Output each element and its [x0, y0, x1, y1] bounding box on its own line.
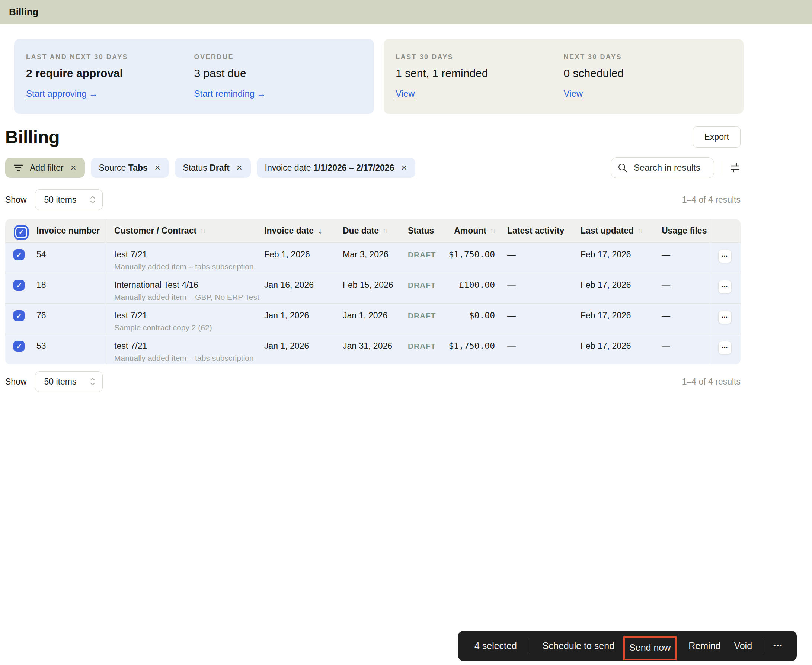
cell-usage-files: —: [659, 304, 709, 334]
cell-customer-contract[interactable]: test 7/21Manually added item – tabs subs…: [107, 243, 261, 273]
export-button[interactable]: Export: [693, 126, 741, 147]
col-header-usage-files: Usage files: [659, 219, 709, 242]
cell-last-updated: Feb 17, 2026: [577, 334, 659, 364]
divider: [763, 638, 763, 654]
approval-overdue-card: LAST AND NEXT 30 DAYS 2 require approval…: [14, 39, 374, 114]
stat-value: 2 require approval: [26, 67, 194, 80]
stat-label: LAST AND NEXT 30 DAYS: [26, 53, 194, 61]
divider: [530, 638, 530, 654]
row-actions-button[interactable]: •••: [718, 341, 732, 354]
add-filter-button[interactable]: Add filter ✕: [5, 158, 85, 178]
row-checkbox[interactable]: ✓: [13, 249, 25, 260]
sort-desc-icon: ↓: [318, 226, 322, 236]
cell-customer-contract[interactable]: test 7/21Manually added item – tabs subs…: [107, 334, 261, 364]
arrow-right-icon: →: [89, 88, 98, 98]
search-box[interactable]: [611, 157, 714, 178]
sort-icon: ↑↓: [490, 227, 495, 235]
table-row: ✓ 18 International Test 4/16Manually add…: [5, 273, 741, 303]
col-header-last-updated[interactable]: Last updated↑↓: [577, 219, 659, 242]
cell-latest-activity: —: [499, 304, 577, 334]
cell-status: DRAFT: [406, 274, 445, 303]
col-header-latest-activity: Latest activity: [499, 219, 577, 242]
col-header-customer-contract[interactable]: Customer / Contract↑↓: [107, 219, 261, 242]
app-title: Billing: [9, 7, 38, 18]
cell-status: DRAFT: [406, 334, 445, 364]
arrow-right-icon: →: [257, 88, 266, 98]
send-now-highlight-box: Send now: [623, 636, 677, 660]
row-actions-button[interactable]: •••: [718, 249, 732, 263]
col-header-due-date[interactable]: Due date↑↓: [343, 219, 406, 242]
page-size-select[interactable]: 50 items: [35, 371, 103, 392]
filter-lines-icon: [13, 164, 23, 172]
row-checkbox[interactable]: ✓: [13, 280, 25, 291]
close-icon[interactable]: ✕: [71, 164, 77, 172]
cell-amount: $0.00: [445, 304, 499, 334]
cell-usage-files: —: [659, 274, 709, 303]
top-bar: Billing: [0, 0, 812, 24]
cell-status: DRAFT: [406, 243, 445, 273]
start-reminding-link[interactable]: Start reminding→: [194, 88, 266, 99]
close-icon[interactable]: ✕: [401, 164, 407, 172]
status-badge: DRAFT: [408, 281, 436, 289]
invoices-table: ✓ Invoice number Customer / Contract↑↓ I…: [5, 219, 741, 364]
summary-cards: LAST AND NEXT 30 DAYS 2 require approval…: [14, 39, 743, 114]
table-row: ✓ 76 test 7/21Sample contract copy 2 (62…: [5, 303, 741, 334]
cell-customer-contract[interactable]: International Test 4/16Manually added it…: [107, 274, 261, 303]
cell-due-date: Feb 15, 2026: [343, 274, 406, 303]
cell-status: DRAFT: [406, 304, 445, 334]
status-badge: DRAFT: [408, 311, 436, 320]
cell-customer-contract[interactable]: test 7/21Sample contract copy 2 (62): [107, 304, 261, 334]
select-all-checkbox[interactable]: ✓: [16, 228, 26, 237]
cell-due-date: Jan 31, 2026: [343, 334, 406, 364]
show-label: Show: [5, 195, 27, 205]
cell-amount: $1,750.00: [445, 334, 499, 364]
view-scheduled-link[interactable]: View: [564, 88, 583, 99]
col-header-amount[interactable]: Amount↑↓: [445, 219, 499, 242]
row-checkbox[interactable]: ✓: [13, 341, 25, 352]
row-actions-button[interactable]: •••: [718, 311, 732, 324]
stat-value: 1 sent, 1 reminded: [395, 67, 564, 80]
send-now-button[interactable]: Send now: [629, 642, 671, 653]
view-sent-link[interactable]: View: [395, 88, 415, 99]
more-actions-button[interactable]: •••: [773, 642, 782, 650]
schedule-to-send-button[interactable]: Schedule to send: [543, 640, 614, 651]
results-count: 1–4 of 4 results: [682, 377, 741, 387]
start-approving-link[interactable]: Start approving→: [26, 88, 98, 99]
search-icon: [618, 163, 628, 173]
column-settings-icon[interactable]: [729, 162, 741, 173]
page-title: Billing: [5, 127, 60, 147]
stat-label: LAST 30 DAYS: [395, 53, 564, 61]
filter-pill-text: Status Draft: [183, 163, 230, 173]
search-input[interactable]: [634, 162, 707, 173]
filter-pills: Add filter ✕ Source Tabs ✕ Status Draft …: [5, 158, 415, 178]
activity-card: LAST 30 DAYS 1 sent, 1 reminded View NEX…: [384, 39, 743, 114]
filter-pill-source[interactable]: Source Tabs ✕: [91, 158, 169, 178]
filter-pill-text: Source Tabs: [99, 163, 148, 173]
filter-pill-text: Invoice date 1/1/2026 – 2/17/2026: [265, 163, 394, 173]
table-header: ✓ Invoice number Customer / Contract↑↓ I…: [5, 219, 741, 242]
close-icon[interactable]: ✕: [154, 164, 161, 172]
cell-usage-files: —: [659, 334, 709, 364]
cell-invoice-number: 18: [36, 274, 107, 303]
close-icon[interactable]: ✕: [236, 164, 243, 172]
remind-button[interactable]: Remind: [689, 640, 720, 651]
stat-value: 3 past due: [194, 67, 363, 80]
cell-latest-activity: —: [499, 334, 577, 364]
col-header-invoice-number: Invoice number: [36, 219, 107, 242]
filter-pill-status[interactable]: Status Draft ✕: [175, 158, 251, 178]
divider: [722, 161, 722, 175]
col-header-invoice-date[interactable]: Invoice date↓: [261, 219, 343, 242]
show-label: Show: [5, 377, 27, 387]
cell-latest-activity: —: [499, 243, 577, 273]
sort-icon: ↑↓: [382, 227, 387, 235]
chevron-updown-icon: [90, 377, 96, 387]
void-button[interactable]: Void: [734, 640, 752, 651]
row-checkbox[interactable]: ✓: [13, 310, 25, 321]
page-size-select[interactable]: 50 items: [35, 189, 103, 210]
cell-due-date: Jan 1, 2026: [343, 304, 406, 334]
filter-pill-invoice-date[interactable]: Invoice date 1/1/2026 – 2/17/2026 ✕: [257, 158, 416, 178]
cell-invoice-date: Jan 1, 2026: [261, 304, 343, 334]
stat-label: NEXT 30 DAYS: [564, 53, 732, 61]
row-actions-button[interactable]: •••: [718, 280, 732, 293]
status-badge: DRAFT: [408, 342, 436, 351]
